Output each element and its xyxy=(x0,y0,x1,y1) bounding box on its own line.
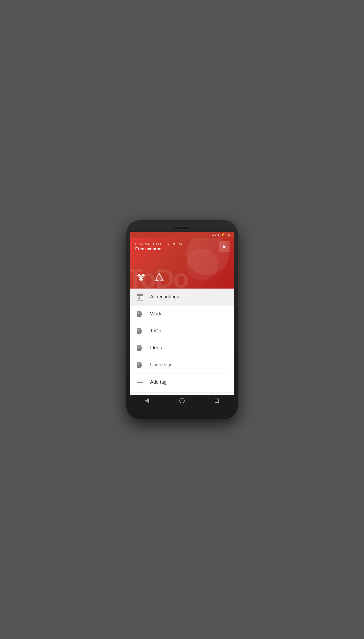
speaker-grille xyxy=(174,226,190,229)
cloud-icons-row xyxy=(135,272,165,283)
time-display: 6:55 xyxy=(226,233,231,236)
ideas-label: Ideas xyxy=(150,345,162,351)
tag-icon-university xyxy=(135,360,145,370)
menu-item-todo[interactable]: ToDo xyxy=(130,323,234,340)
phone-device: 3G ▲ ⚡ 6:55 ToDo UPGRADE TO FULL VERSION… xyxy=(126,220,238,419)
menu-item-all-recordings[interactable]: All recordings xyxy=(130,289,234,306)
signal-indicator: 3G xyxy=(212,233,216,236)
svg-point-15 xyxy=(138,346,139,348)
recents-button[interactable] xyxy=(215,399,219,403)
back-button[interactable] xyxy=(145,398,149,403)
svg-point-14 xyxy=(138,329,139,331)
menu-item-add-tag[interactable]: Add tag xyxy=(130,374,234,391)
svg-point-16 xyxy=(138,363,139,365)
all-recordings-label: All recordings xyxy=(150,294,179,300)
university-label: University xyxy=(150,362,171,368)
menu-item-work[interactable]: Work xyxy=(130,306,234,323)
todo-label: ToDo xyxy=(150,328,161,334)
status-bar: 3G ▲ ⚡ 6:55 xyxy=(130,232,234,238)
play-store-icon: ▶ xyxy=(223,244,226,249)
home-button[interactable] xyxy=(179,398,185,403)
phone-top-bar xyxy=(130,225,234,232)
phone-screen: 3G ▲ ⚡ 6:55 ToDo UPGRADE TO FULL VERSION… xyxy=(130,232,234,395)
add-tag-label: Add tag xyxy=(150,379,167,385)
svg-marker-3 xyxy=(139,278,143,281)
music-note-icon xyxy=(135,292,145,302)
dropbox-icon[interactable] xyxy=(135,272,147,283)
tag-icon-todo xyxy=(135,326,145,336)
google-drive-icon[interactable] xyxy=(153,272,165,283)
work-label: Work xyxy=(150,311,161,317)
play-store-button[interactable]: ▶ xyxy=(219,241,230,252)
header-banner: ToDo UPGRADE TO FULL VERSION Free accoun… xyxy=(130,238,234,289)
menu-item-ideas[interactable]: Ideas xyxy=(130,340,234,357)
settings-divider xyxy=(130,392,234,393)
phone-nav-bar xyxy=(130,395,234,405)
camera-lens xyxy=(167,226,170,229)
menu-list: All recordings Work xyxy=(130,289,234,395)
menu-item-settings[interactable]: Settings xyxy=(130,395,234,395)
svg-point-13 xyxy=(138,312,139,314)
battery-icon: ⚡ xyxy=(221,233,225,236)
tag-icon-ideas xyxy=(135,343,145,353)
plus-icon xyxy=(135,378,145,387)
svg-marker-4 xyxy=(156,273,162,279)
menu-item-university[interactable]: University xyxy=(130,357,234,374)
bg-circle-2 xyxy=(186,249,218,281)
tag-icon-work xyxy=(135,309,145,319)
sensor xyxy=(195,227,197,229)
signal-bars: ▲ xyxy=(217,233,220,236)
